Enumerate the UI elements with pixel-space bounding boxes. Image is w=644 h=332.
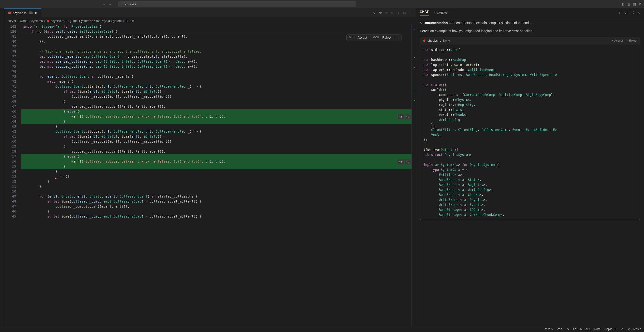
- rust-file-icon: ⬢: [46, 19, 49, 23]
- chat-tabs: CHAT REVIEW + ↺ ⛶ ✕: [416, 8, 644, 17]
- code-content[interactable]: impl<'a> System<'a> for PhysicsSystem { …: [21, 24, 412, 326]
- status-copilot[interactable]: Copilot++: [604, 327, 617, 331]
- function-icon: ⊞: [126, 19, 128, 23]
- status-language[interactable]: Rust: [594, 327, 600, 331]
- rust-file-icon: ⬢: [8, 11, 11, 15]
- editor-area: ⬢ physics.rs 3 ● ↺ ⟲ ⟳ ⊕ ▷ ⫿⫿ ⋯ server› …: [4, 8, 416, 326]
- layout-left-icon[interactable]: ◧: [622, 3, 624, 6]
- layout-bottom-icon[interactable]: ⬓: [627, 3, 630, 6]
- status-zoom-icon[interactable]: ⊖: [566, 327, 569, 331]
- crumb[interactable]: server: [8, 19, 16, 23]
- status-errors[interactable]: ⊘ 205: [545, 327, 553, 331]
- reject-kbd: ⌘⌫: [372, 36, 379, 39]
- nav-arrows: ← →: [102, 3, 111, 6]
- tab-actions: ↺ ⟲ ⟳ ⊕ ▷ ⫿⫿ ⋯: [370, 8, 416, 17]
- status-prettier[interactable]: ⊘ Prettier: [628, 327, 641, 331]
- tab-chat[interactable]: CHAT: [420, 10, 428, 16]
- crumb[interactable]: impl System<'a> for PhysicsSystem: [72, 19, 122, 23]
- code-status: Done: [443, 39, 450, 43]
- diff-apply-icon[interactable]: ⊕: [391, 11, 394, 15]
- editor-tabs: ⬢ physics.rs 3 ● ↺ ⟲ ⟳ ⊕ ▷ ⫿⫿ ⋯: [4, 8, 416, 17]
- titlebar: ← → ⌕ voxelize ◧ ⬓ ◨ ⚙: [0, 0, 644, 8]
- search-icon: ⌕: [122, 3, 123, 6]
- status-position[interactable]: Ln 166, Col 1: [573, 327, 590, 331]
- code-editor[interactable]: ⌘⮐ Accept | ⌘⌫ Reject ↑ ↓ 14212481807978…: [4, 24, 416, 326]
- code-filename: physics.rs: [428, 38, 441, 43]
- tab-filename: physics.rs: [13, 11, 27, 15]
- main-area: ⬢ physics.rs 3 ● ↺ ⟲ ⟳ ⊕ ▷ ⫿⫿ ⋯ server› …: [0, 8, 644, 326]
- code-accept-button[interactable]: ✓ Accept: [611, 39, 623, 43]
- diff-prev-icon[interactable]: ⟲: [379, 11, 382, 15]
- close-icon[interactable]: ✕: [638, 11, 640, 15]
- chat-panel: CHAT REVIEW + ↺ ⛶ ✕ 5. Documentation: Ad…: [416, 8, 644, 326]
- next-diff-icon[interactable]: ↓: [398, 36, 399, 39]
- more-actions-icon[interactable]: ⋯: [409, 11, 412, 15]
- chat-code-block: use std::ops::Deref; use hashbrown::Hash…: [420, 45, 640, 220]
- chat-body: 5. Documentation: Add comments to explai…: [416, 17, 644, 326]
- split-editor-icon[interactable]: ⫿⫿: [403, 11, 406, 15]
- diff-next-icon[interactable]: ⟳: [385, 11, 388, 15]
- new-chat-icon[interactable]: +: [618, 11, 620, 15]
- chat-doc-item: 5. Documentation: Add comments to explai…: [420, 20, 640, 26]
- tab-physics[interactable]: ⬢ physics.rs 3 ●: [4, 8, 41, 17]
- status-feedback-icon[interactable]: ☺: [621, 327, 624, 331]
- crumb[interactable]: run: [130, 19, 134, 23]
- history-icon[interactable]: ↺: [624, 11, 627, 15]
- nav-back-icon[interactable]: ←: [102, 3, 105, 6]
- code-block-header: ⬢ physics.rs Done ✓ Accept ✕ Reject: [420, 37, 640, 45]
- crumb[interactable]: world: [20, 19, 27, 23]
- settings-gear-icon[interactable]: ⚙: [639, 3, 642, 6]
- statusbar: ⊘ 205 Zen ⊖ Ln 166, Col 1 Rust Copilot++…: [0, 326, 644, 332]
- inline-diff-actions: ⌘⮐ Accept | ⌘⌫ Reject ↑ ↓: [346, 35, 402, 41]
- command-center[interactable]: ⌕ voxelize: [118, 1, 356, 7]
- tab-review[interactable]: REVIEW: [434, 11, 447, 15]
- run-icon[interactable]: ▷: [397, 11, 400, 15]
- crumb[interactable]: physics.rs: [51, 19, 64, 23]
- status-zen[interactable]: Zen: [557, 327, 562, 331]
- search-text: voxelize: [125, 3, 136, 6]
- impl-icon: { }: [68, 19, 71, 23]
- code-reject-button[interactable]: ✕ Reject: [626, 39, 637, 43]
- nav-forward-icon[interactable]: →: [108, 3, 111, 6]
- line-gutter: 1421248180797877767574737271706968676665…: [4, 24, 21, 326]
- accept-kbd: ⌘⮐: [349, 36, 354, 39]
- minimap[interactable]: [412, 24, 416, 326]
- activity-bar: [0, 8, 4, 326]
- crumb[interactable]: systems: [32, 19, 43, 23]
- layout-right-icon[interactable]: ◨: [633, 3, 636, 6]
- prev-diff-icon[interactable]: ↑: [394, 36, 395, 39]
- tab-diff-badge: 3: [28, 12, 33, 14]
- reject-button[interactable]: Reject: [382, 36, 391, 39]
- expand-icon[interactable]: ⛶: [631, 11, 634, 15]
- breadcrumbs[interactable]: server› world› systems› ⬢ physics.rs› { …: [4, 17, 416, 24]
- chat-example-text: Here's an example of how you might add l…: [420, 28, 640, 34]
- titlebar-actions: ◧ ⬓ ◨ ⚙: [622, 3, 642, 6]
- dirty-indicator-icon: ●: [35, 11, 37, 15]
- accept-button[interactable]: Accept: [358, 36, 367, 39]
- history-icon[interactable]: ↺: [373, 11, 376, 15]
- rust-file-icon: ⬢: [423, 38, 426, 43]
